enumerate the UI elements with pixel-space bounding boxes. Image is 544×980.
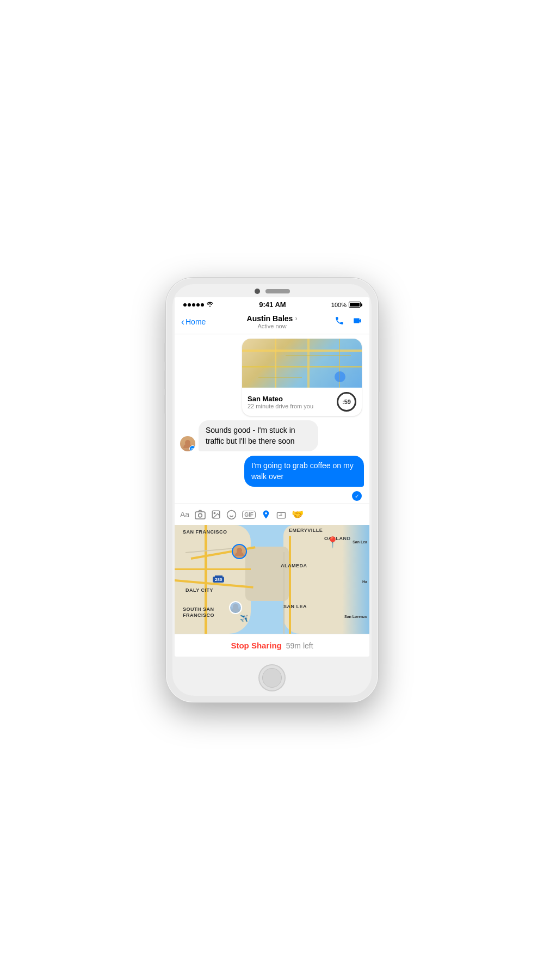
nav-bar: ‹ Home Austin Bales › Active now (175, 311, 369, 334)
home-button[interactable] (258, 664, 286, 691)
south-sf-label: South SanFrancisco (183, 607, 214, 618)
bubble-1: Sounds good - I'm stuck in traffic but I… (199, 420, 318, 451)
alameda-label: Alameda (281, 563, 307, 568)
earpiece (265, 289, 290, 293)
signal-dot-5 (201, 303, 204, 307)
contact-name-row[interactable]: Austin Bales › (219, 314, 325, 323)
messenger-badge-1 (189, 445, 195, 451)
back-button[interactable]: ‹ Home (181, 316, 219, 328)
map-message-row: San Mateo 22 minute drive from you :59 (180, 339, 364, 416)
contact-name: Austin Bales (247, 314, 293, 323)
freeway-280-badge: 280 (213, 577, 224, 583)
signal-dot-1 (183, 303, 187, 307)
back-arrow-icon: ‹ (181, 316, 184, 328)
battery-fill (350, 303, 360, 307)
status-time: 9:41 AM (259, 301, 286, 309)
chat-area: San Mateo 22 minute drive from you :59 (175, 334, 369, 504)
more-button[interactable] (276, 510, 286, 519)
app-screen: 9:41 AM 100% ‹ Home Austin Bales (175, 297, 369, 657)
alameda-island (245, 547, 289, 601)
status-right: 100% (331, 302, 361, 308)
front-camera (255, 289, 260, 294)
signal-dot-4 (196, 303, 200, 307)
home-button-inner (262, 668, 282, 688)
sf-label: San Francisco (183, 529, 227, 535)
phone-screen-container: 9:41 AM 100% ‹ Home Austin Bales (172, 284, 372, 696)
input-toolbar: Aa (175, 504, 369, 525)
phone-call-button[interactable] (335, 316, 344, 328)
battery-icon (349, 302, 361, 308)
send-location-button[interactable] (261, 510, 271, 519)
nav-chevron-icon: › (295, 315, 297, 322)
road-v-east (289, 536, 291, 634)
photo-library-button[interactable] (211, 510, 221, 519)
emoji-button[interactable] (226, 510, 237, 520)
emeryville-label: Emeryville (289, 528, 323, 533)
status-bar: 9:41 AM 100% (175, 297, 369, 311)
map-distance: 22 minute drive from you (248, 403, 313, 409)
wifi-icon (206, 301, 214, 309)
svg-point-8 (227, 510, 236, 519)
phone-top-area (172, 284, 372, 297)
nav-center: Austin Bales › Active now (219, 314, 325, 329)
phone-device: 9:41 AM 100% ‹ Home Austin Bales (166, 278, 378, 702)
read-receipt: ✓ (180, 491, 364, 501)
message-row-1: Sounds good - I'm stuck in traffic but I… (180, 420, 364, 451)
map-location-name: San Mateo (248, 395, 313, 403)
timer-circle: :59 (337, 392, 356, 412)
map-preview (242, 339, 362, 388)
map-right-edge: San Lea Ha San Lorenzo (342, 525, 369, 634)
svg-rect-4 (195, 512, 205, 519)
signal-dot-2 (188, 303, 191, 307)
stop-sharing-label: Stop Sharing (231, 641, 281, 650)
map-info: San Mateo 22 minute drive from you :59 (242, 388, 362, 416)
airport-icon: ✈️ (240, 615, 248, 622)
san-lea-label: San Lea (283, 604, 307, 609)
friend-location-marker (229, 601, 242, 614)
video-call-button[interactable] (352, 316, 363, 328)
user-location-marker (232, 544, 247, 559)
gif-button[interactable]: GIF (242, 511, 256, 519)
avatar-1 (180, 436, 195, 451)
map-card[interactable]: San Mateo 22 minute drive from you :59 (242, 339, 362, 416)
daly-city-label: Daly City (186, 587, 213, 593)
svg-point-7 (214, 512, 215, 513)
svg-point-5 (199, 513, 202, 517)
battery-percent: 100% (331, 302, 347, 308)
back-label: Home (186, 317, 206, 326)
camera-area (255, 289, 290, 294)
contact-status: Active now (219, 323, 325, 329)
nav-actions (325, 316, 363, 328)
signal-dot-3 (192, 303, 195, 307)
road-2 (175, 568, 251, 570)
stop-sharing-bar[interactable]: Stop Sharing 59m left (175, 634, 369, 657)
message-row-2: I'm going to grab coffee on my walk over (180, 456, 364, 487)
camera-button[interactable] (195, 510, 206, 519)
signal-bars (183, 303, 204, 307)
status-left (183, 301, 214, 309)
read-check-icon: ✓ (352, 491, 362, 501)
live-location-map[interactable]: San Francisco Emeryville Oakland Alameda… (175, 525, 369, 634)
time-left-label: 59m left (286, 641, 313, 650)
sticker-button[interactable]: 🤝 (292, 509, 304, 520)
keyboard-button[interactable]: Aa (180, 510, 189, 519)
map-background: San Francisco Emeryville Oakland Alameda… (175, 525, 369, 634)
map-red-pin: 📍 (326, 536, 339, 549)
bubble-2: I'm going to grab coffee on my walk over (244, 456, 364, 487)
